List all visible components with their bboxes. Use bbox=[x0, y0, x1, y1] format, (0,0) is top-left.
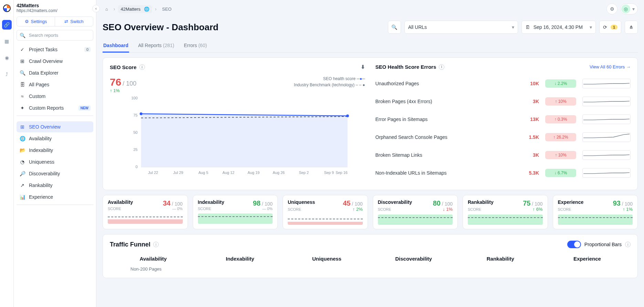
nav-label: SEO Overview bbox=[29, 124, 61, 130]
error-name: Non-Indexable URLs in Sitemaps bbox=[376, 170, 509, 176]
error-delta: ↓ 6.7% bbox=[545, 169, 576, 177]
collapse-sidebar-button[interactable]: ‹ bbox=[92, 5, 100, 12]
score-card-rankability[interactable]: Rankability 75 / 100 SCORE ↑ 6% bbox=[463, 195, 548, 229]
nav-badge: 0 bbox=[84, 47, 91, 52]
error-row[interactable]: Broken Pages (4xx Errors) 3K ↑ 10% bbox=[376, 92, 631, 110]
rail-nav-chart-icon[interactable]: ⤴ bbox=[2, 69, 12, 79]
funnel-col-availability: Availability bbox=[110, 253, 197, 264]
rail-nav-link-icon[interactable]: 🔗 bbox=[2, 20, 12, 30]
account-menu[interactable]: ◎ ▾ bbox=[620, 3, 638, 14]
mini-name: Discoverability bbox=[378, 199, 412, 205]
nav-icon: ⊞ bbox=[19, 58, 25, 64]
score-card-indexability[interactable]: Indexability 98 / 100 SCORE — 0% bbox=[193, 195, 278, 229]
score-card-uniqueness[interactable]: Uniqueness 45 / 100 SCORE ↑ 2% bbox=[283, 195, 368, 229]
svg-text:50: 50 bbox=[134, 130, 138, 134]
nav-custom[interactable]: ≈ Custom bbox=[17, 91, 93, 102]
error-delta: ↑ 10% bbox=[545, 151, 576, 159]
share-button[interactable]: ⋔ bbox=[625, 21, 638, 34]
mini-chart bbox=[378, 215, 453, 225]
nav-icon: 📊 bbox=[19, 194, 25, 200]
rail-nav-grid-icon[interactable]: ▦ bbox=[2, 36, 12, 46]
proportional-label: Proportional Bars bbox=[584, 242, 622, 247]
breadcrumb-home[interactable]: ⌂ bbox=[103, 5, 111, 13]
settings-icon-button[interactable]: ⚙ bbox=[606, 3, 617, 14]
breadcrumb-site[interactable]: 42Matters 🌐 bbox=[118, 5, 152, 13]
nav-all-pages[interactable]: 🗄 All Pages bbox=[17, 79, 93, 90]
info-icon[interactable]: i bbox=[139, 64, 145, 70]
nav-icon: ✓ bbox=[19, 47, 25, 52]
sparkline bbox=[582, 168, 631, 178]
search-button[interactable]: 🔍 bbox=[388, 21, 401, 34]
error-name: Error Pages in Sitemaps bbox=[376, 117, 509, 122]
topbar: ⌂ › 42Matters 🌐 › SEO ⚙ ◎ ▾ bbox=[103, 0, 638, 18]
error-row[interactable]: Unauthorized Pages 10K ↓ 2.2% bbox=[376, 75, 631, 92]
new-badge: NEW bbox=[78, 106, 91, 111]
error-name: Unauthorized Pages bbox=[376, 81, 509, 86]
score-label: SCORE bbox=[108, 207, 121, 211]
rail-logo[interactable] bbox=[2, 3, 12, 13]
nav-discoverability[interactable]: 🔎 Discoverability bbox=[17, 168, 93, 179]
nav-seo-overview[interactable]: ⊞ SEO Overview bbox=[17, 121, 93, 132]
mini-delta: ↓ 1% bbox=[443, 207, 453, 212]
info-icon[interactable]: i bbox=[439, 64, 444, 70]
nav-label: Indexability bbox=[29, 147, 53, 153]
seo-score-value: 76 bbox=[110, 76, 121, 88]
nav-crawl-overview[interactable]: ⊞ Crawl Overview bbox=[17, 56, 93, 67]
proportional-toggle[interactable] bbox=[567, 241, 581, 248]
error-name: Orphaned Search Console Pages bbox=[376, 134, 509, 140]
funnel-columns: AvailabilityIndexabilityUniquenessDiscov… bbox=[110, 253, 631, 264]
error-rows: Unauthorized Pages 10K ↓ 2.2% Broken Pag… bbox=[376, 75, 631, 182]
nav-label: Uniqueness bbox=[29, 159, 54, 165]
date-select[interactable]: 🗓 Sep 16, 2024, 4:30 PM ▾ bbox=[521, 21, 596, 34]
search-input[interactable] bbox=[28, 32, 90, 38]
nav-experience[interactable]: 📊 Experience bbox=[17, 191, 93, 202]
sparkline bbox=[582, 79, 631, 88]
search-input-wrapper[interactable]: 🔍 bbox=[17, 30, 93, 41]
error-row[interactable]: Orphaned Search Console Pages 1.5K ↑ 26.… bbox=[376, 128, 631, 146]
error-row[interactable]: Broken Sitemap Links 3K ↑ 10% bbox=[376, 146, 631, 164]
view-all-errors-link[interactable]: View All 60 Errors → bbox=[590, 64, 631, 69]
error-row[interactable]: Non-Indexable URLs in Sitemaps 5.3K ↓ 6.… bbox=[376, 164, 631, 182]
error-value: 3K bbox=[515, 152, 539, 158]
nav-rankability[interactable]: ↗ Rankability bbox=[17, 180, 93, 191]
svg-text:Jul 29: Jul 29 bbox=[173, 171, 183, 175]
download-icon[interactable]: ⬇ bbox=[361, 64, 365, 70]
funnel-col-indexability: Indexability bbox=[197, 253, 283, 264]
nav-label: Rankability bbox=[29, 183, 52, 188]
tab-errors[interactable]: Errors (60) bbox=[183, 39, 208, 52]
chevron-down-icon: ▾ bbox=[590, 24, 592, 30]
seo-score-delta: ↑ 1% bbox=[110, 88, 136, 93]
scope-select[interactable]: All URLs ▾ bbox=[404, 21, 518, 34]
settings-button[interactable]: ⚙Settings bbox=[17, 17, 55, 26]
chevron-down-icon: ▾ bbox=[632, 6, 635, 12]
mini-delta: ↑ 1% bbox=[623, 207, 633, 212]
mini-score: 45 / 100 bbox=[343, 199, 362, 207]
avatar-icon: ◎ bbox=[621, 4, 630, 13]
nav-availability[interactable]: 🌐 Availability bbox=[17, 133, 93, 144]
tab-all-reports[interactable]: All Reports (281) bbox=[137, 39, 175, 52]
svg-text:25: 25 bbox=[134, 147, 138, 152]
rail-nav-globe-icon[interactable]: ◉ bbox=[2, 53, 12, 63]
refresh-notif-button[interactable]: ⟳ 1 bbox=[599, 21, 621, 34]
mini-score: 34 / 100 bbox=[163, 199, 182, 207]
nav-project-tasks[interactable]: ✓ Project Tasks0 bbox=[17, 44, 93, 55]
info-icon[interactable]: i bbox=[625, 242, 631, 247]
score-card-availability[interactable]: Availability 34 / 100 SCORE — 0% bbox=[103, 195, 188, 229]
error-delta: ↑ 0.3% bbox=[545, 115, 576, 123]
mini-name: Availability bbox=[108, 199, 133, 205]
nav-label: Discoverability bbox=[29, 171, 60, 176]
nav-uniqueness[interactable]: ◔ Uniqueness bbox=[17, 156, 93, 167]
svg-text:Aug 19: Aug 19 bbox=[247, 171, 260, 175]
nav-indexability[interactable]: 📂 Indexability bbox=[17, 145, 93, 156]
error-row[interactable]: Error Pages in Sitemaps 13K ↑ 0.3% bbox=[376, 110, 631, 128]
nav-custom-reports[interactable]: ✦ Custom ReportsNEW bbox=[17, 102, 93, 113]
score-label: SCORE bbox=[468, 207, 481, 211]
page-title: SEO Overview - Dashboard bbox=[103, 22, 219, 33]
score-card-discoverability[interactable]: Discoverability 80 / 100 SCORE ↓ 1% bbox=[373, 195, 458, 229]
score-card-experience[interactable]: Experience 93 / 100 SCORE ↑ 1% bbox=[553, 195, 638, 229]
nav-label: Availability bbox=[29, 136, 52, 141]
switch-button[interactable]: ⇄Switch bbox=[55, 17, 93, 26]
nav-data-explorer[interactable]: 🔍 Data Explorer bbox=[17, 67, 93, 78]
tab-dashboard[interactable]: Dashboard bbox=[103, 39, 129, 53]
info-icon[interactable]: i bbox=[153, 242, 159, 247]
